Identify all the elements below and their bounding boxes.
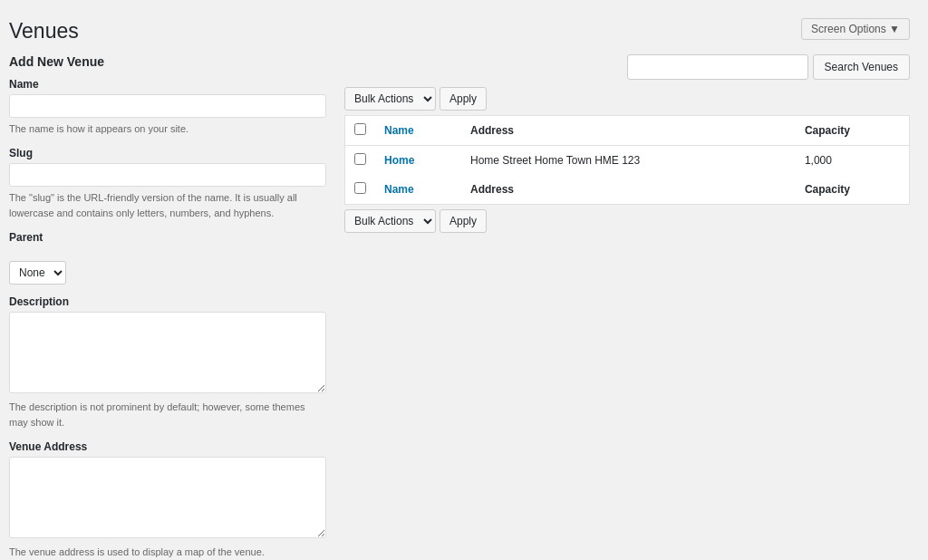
table-footer-checkbox-col xyxy=(345,175,376,205)
search-venues-button[interactable]: Search Venues xyxy=(813,54,910,80)
top-bulk-actions-select[interactable]: Bulk Actions xyxy=(344,87,436,111)
venue-address-field-group: Venue Address The venue address is used … xyxy=(9,440,326,560)
screen-options-button[interactable]: Screen Options ▼ xyxy=(801,18,910,40)
table-row-capacity-cell: 1,000 xyxy=(796,145,910,175)
table-header-name-link[interactable]: Name xyxy=(384,124,414,137)
venues-table-panel: Search Venues Bulk Actions Apply xyxy=(344,54,910,233)
page-title: Venues xyxy=(9,18,79,45)
table-footer-row: Name Address Capacity xyxy=(345,175,910,205)
name-field-group: Name The name is how it appears on your … xyxy=(9,78,326,137)
name-hint: The name is how it appears on your site. xyxy=(9,121,326,137)
table-row-name-cell: Home xyxy=(375,145,461,175)
slug-field-group: Slug The "slug" is the URL-friendly vers… xyxy=(9,147,326,220)
top-bulk-actions-bar: Bulk Actions Apply xyxy=(344,87,910,111)
venue-address-hint: The venue address is used to display a m… xyxy=(9,545,326,560)
venue-address-textarea[interactable] xyxy=(9,457,326,538)
parent-select[interactable]: None xyxy=(9,261,66,285)
description-field-group: Description The description is not promi… xyxy=(9,295,326,430)
venue-name-link[interactable]: Home xyxy=(384,154,414,167)
search-input[interactable] xyxy=(627,54,808,80)
description-textarea[interactable] xyxy=(9,312,326,393)
table-header-address: Address xyxy=(461,115,796,145)
table-header-row: Name Address Capacity xyxy=(345,115,910,145)
top-apply-button[interactable]: Apply xyxy=(440,87,487,111)
screen-options-label: Screen Options ▼ xyxy=(811,23,900,35)
slug-input[interactable] xyxy=(9,163,326,187)
parent-field-group: Parent None xyxy=(9,231,326,285)
table-footer-address: Address xyxy=(461,175,796,205)
table-row-address-cell: Home Street Home Town HME 123 xyxy=(461,145,796,175)
description-label: Description xyxy=(9,295,326,308)
venues-table: Name Address Capacity Home Hom xyxy=(344,115,910,205)
bottom-apply-button[interactable]: Apply xyxy=(440,209,487,233)
name-label: Name xyxy=(9,78,326,91)
parent-label: Parent xyxy=(9,231,326,244)
name-input[interactable] xyxy=(9,94,326,118)
search-bar: Search Venues xyxy=(344,54,910,80)
slug-hint: The "slug" is the URL-friendly version o… xyxy=(9,190,326,220)
table-row-checkbox-cell xyxy=(345,145,376,175)
add-new-venue-form: Add New Venue Name The name is how it ap… xyxy=(9,54,326,560)
venue-address-label: Venue Address xyxy=(9,440,326,453)
footer-select-all-checkbox[interactable] xyxy=(354,182,366,194)
table-row: Home Home Street Home Town HME 123 1,000 xyxy=(345,145,910,175)
add-new-title: Add New Venue xyxy=(9,54,326,69)
table-footer-name: Name xyxy=(375,175,461,205)
bottom-bulk-actions-select[interactable]: Bulk Actions xyxy=(344,209,436,233)
table-header-capacity: Capacity xyxy=(796,115,910,145)
select-all-checkbox[interactable] xyxy=(354,123,366,135)
table-footer-capacity: Capacity xyxy=(796,175,910,205)
table-header-name: Name xyxy=(375,115,461,145)
slug-label: Slug xyxy=(9,147,326,159)
row-checkbox[interactable] xyxy=(354,153,366,165)
description-hint: The description is not prominent by defa… xyxy=(9,400,326,430)
table-footer-name-link[interactable]: Name xyxy=(384,183,414,196)
bottom-bulk-actions-bar: Bulk Actions Apply xyxy=(344,209,910,233)
table-header-checkbox-col xyxy=(345,115,376,145)
